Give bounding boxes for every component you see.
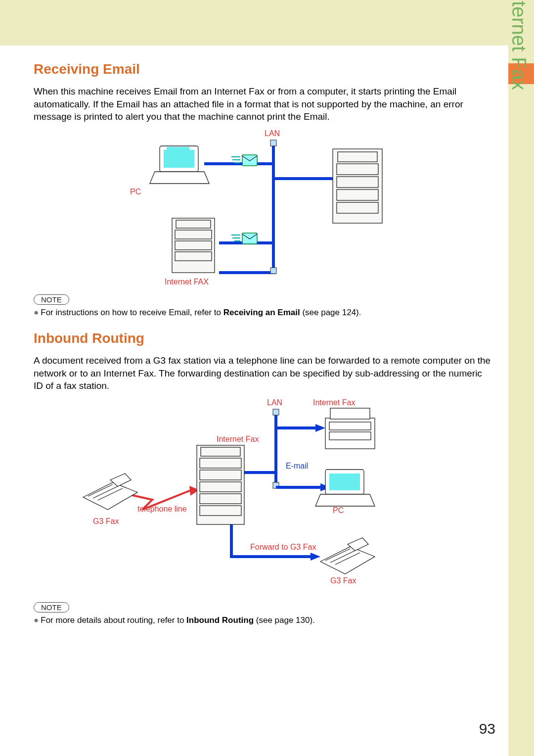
svg-rect-2 <box>242 155 257 166</box>
svg-marker-20 <box>315 424 325 432</box>
svg-rect-3 <box>242 233 257 244</box>
svg-rect-18 <box>273 409 279 415</box>
diagram2-svg <box>63 398 439 596</box>
tab-title: Internet Fax <box>508 0 530 90</box>
para-inbound-routing: A document received from a G3 fax statio… <box>34 354 493 392</box>
svg-rect-27 <box>200 470 241 480</box>
content-area: Receiving Email When this machine receiv… <box>34 61 493 634</box>
label-g3-left: G3 Fax <box>93 517 119 526</box>
label-telephone: telephone line <box>137 505 187 514</box>
label-ifax-mid: Internet Fax <box>217 435 259 444</box>
note-2: ●For more details about routing, refer t… <box>34 615 493 625</box>
fax-left-icon <box>83 473 137 510</box>
heading-inbound-routing: Inbound Routing <box>34 331 493 346</box>
svg-rect-29 <box>200 494 241 504</box>
label-lan: LAN <box>265 129 280 138</box>
label-email: E-mail <box>286 462 308 471</box>
note-badge-2: NOTE <box>34 602 69 613</box>
svg-rect-10 <box>337 177 378 188</box>
laptop-icon <box>150 146 209 184</box>
svg-rect-16 <box>175 241 212 250</box>
fax-right-icon <box>320 538 375 574</box>
label-ifax-top: Internet Fax <box>313 398 355 407</box>
mfp-icon <box>333 149 382 223</box>
svg-rect-36 <box>329 473 360 490</box>
svg-rect-14 <box>176 220 211 228</box>
para-receiving-email: When this machine receives Email from an… <box>34 85 493 123</box>
tab-label: Chapter 5 Internet Fax <box>508 0 530 90</box>
diagram-inbound-routing: LAN Internet Fax Internet Fax E-mail tel… <box>63 398 439 596</box>
svg-rect-9 <box>337 164 378 175</box>
diagram1-svg <box>125 129 402 287</box>
svg-rect-25 <box>201 447 240 456</box>
svg-rect-30 <box>200 506 241 516</box>
top-band <box>0 0 534 46</box>
svg-rect-28 <box>200 482 241 492</box>
svg-rect-8 <box>338 152 377 162</box>
svg-marker-23 <box>311 553 320 561</box>
svg-rect-11 <box>337 189 378 200</box>
svg-rect-15 <box>175 230 212 239</box>
label-ifax: Internet FAX <box>165 278 209 286</box>
svg-rect-1 <box>270 268 276 274</box>
manual-page: Chapter 5 Internet Fax Receiving Email W… <box>0 0 534 756</box>
label-pc-2: PC <box>333 506 344 515</box>
svg-rect-12 <box>337 202 378 213</box>
svg-rect-17 <box>175 252 212 261</box>
mfp-small-icon <box>172 218 215 273</box>
svg-rect-6 <box>167 147 189 162</box>
heading-receiving-email: Receiving Email <box>34 61 493 77</box>
svg-rect-0 <box>270 140 276 146</box>
note-badge-1: NOTE <box>34 294 69 305</box>
svg-rect-32 <box>330 408 370 419</box>
label-forward: Forward to G3 Fax <box>250 543 316 552</box>
label-g3-right: G3 Fax <box>330 576 356 585</box>
svg-rect-33 <box>329 422 371 430</box>
label-pc: PC <box>130 188 141 196</box>
ifax-right-icon <box>325 408 375 449</box>
svg-rect-26 <box>200 458 241 468</box>
diagram-receiving-email: LAN PC Internet FAX <box>125 129 402 287</box>
mfp-center-icon <box>197 445 244 524</box>
side-tab: Chapter 5 Internet Fax <box>508 46 534 756</box>
label-lan-2: LAN <box>267 398 282 407</box>
svg-rect-34 <box>329 432 371 440</box>
note-1: ●For instructions on how to receive Emai… <box>34 308 493 318</box>
page-number: 93 <box>479 720 495 737</box>
